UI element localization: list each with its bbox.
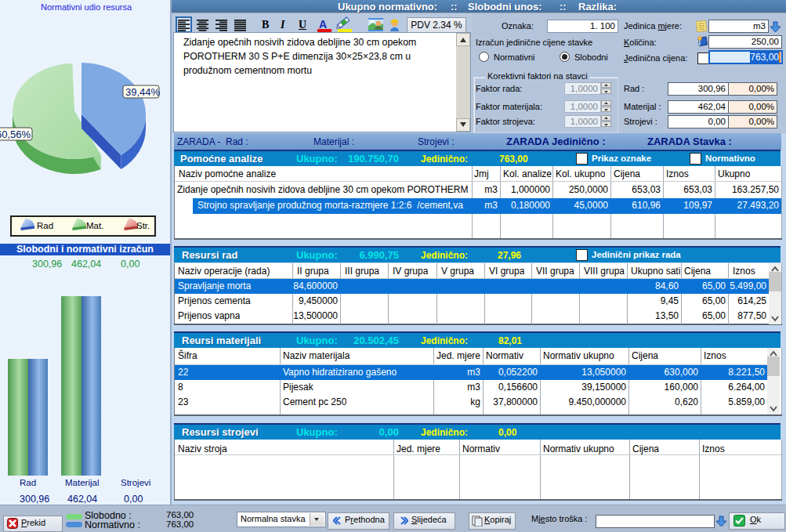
svg-text:39,44%: 39,44%: [125, 86, 161, 98]
svg-text:Mat.: Mat.: [86, 221, 103, 230]
svg-text:Str.: Str.: [136, 221, 150, 230]
svg-text:Rad: Rad: [37, 221, 53, 230]
svg-text:60,56%: 60,56%: [0, 128, 31, 140]
